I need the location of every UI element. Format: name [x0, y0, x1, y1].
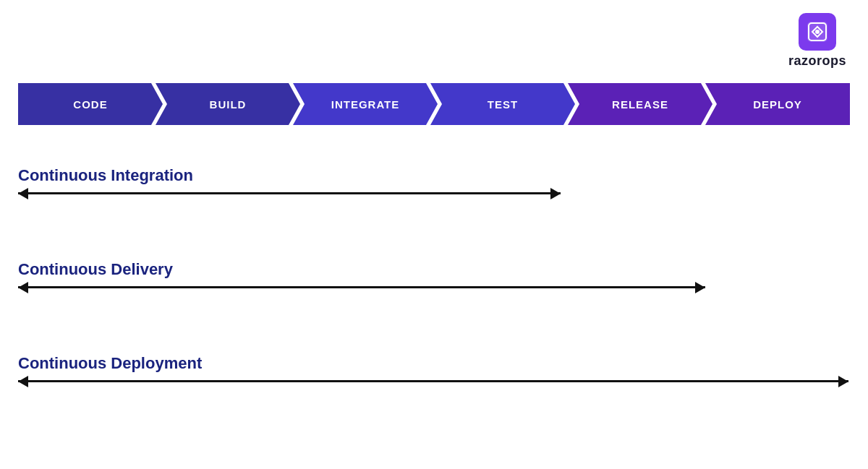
- logo-area: razorops: [788, 13, 846, 69]
- pipeline-step-release: RELEASE: [568, 83, 712, 125]
- svg-point-2: [815, 30, 820, 34]
- ci-arrow: [18, 192, 561, 194]
- logo-icon: [799, 13, 836, 51]
- cdeploy-arrow: [18, 380, 848, 382]
- cd-arrow: [18, 286, 705, 288]
- pipeline-step-test: TEST: [430, 83, 575, 125]
- pipeline-step-integrate: INTEGRATE: [293, 83, 438, 125]
- pipeline-step-code: CODE: [18, 83, 163, 125]
- logo-text: razorops: [788, 53, 846, 69]
- pipeline-container: CODE BUILD INTEGRATE TEST RELEASE DEPLOY: [18, 83, 850, 125]
- cd-section: Continuous Delivery: [18, 260, 705, 288]
- cdeploy-section: Continuous Deployment: [18, 354, 848, 382]
- cdeploy-label: Continuous Deployment: [18, 354, 848, 373]
- cd-label: Continuous Delivery: [18, 260, 705, 279]
- pipeline-step-build: BUILD: [156, 83, 300, 125]
- ci-section: Continuous Integration: [18, 166, 561, 194]
- ci-label: Continuous Integration: [18, 166, 561, 185]
- pipeline-step-deploy: DEPLOY: [705, 83, 850, 125]
